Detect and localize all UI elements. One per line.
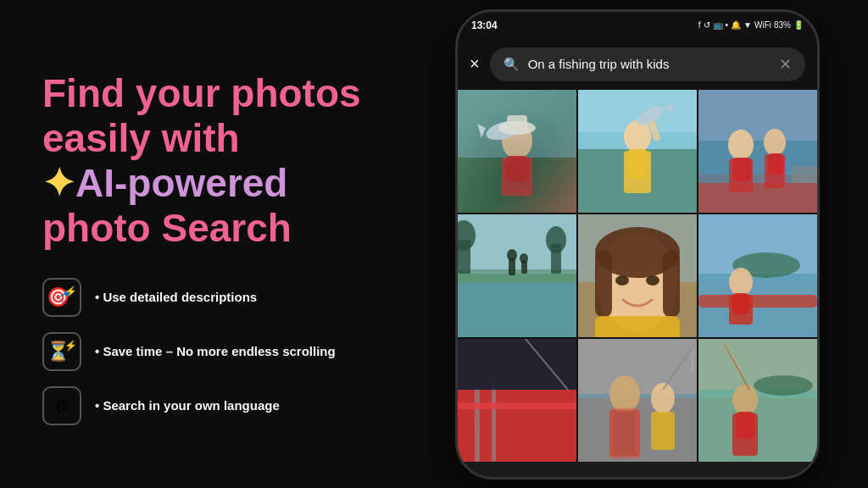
back-button[interactable]: ×: [470, 54, 480, 74]
svg-rect-27: [765, 154, 785, 188]
svg-rect-85: [736, 412, 754, 439]
signal-icon: ▼: [743, 20, 752, 30]
sparkle-icon: ✦: [42, 161, 75, 205]
svg-point-71: [609, 375, 640, 413]
features-list: 🎯⚡ • Use detailed descriptions ⏳⚡ • Save…: [42, 278, 373, 425]
svg-rect-3: [502, 158, 532, 196]
svg-point-34: [458, 220, 476, 251]
svg-point-26: [764, 129, 786, 156]
svg-rect-56: [698, 295, 817, 308]
dot-icon: •: [726, 20, 729, 30]
search-area: × 🔍 On a fishing trip with kids ✕: [458, 39, 817, 90]
photo-grid: [458, 90, 817, 462]
photo-cell-4[interactable]: [458, 214, 576, 337]
svg-rect-43: [578, 214, 697, 337]
svg-rect-62: [458, 390, 576, 462]
headline-ai: ✦AI-powered: [42, 161, 287, 205]
svg-rect-14: [624, 151, 651, 193]
svg-rect-61: [458, 339, 576, 462]
svg-rect-42: [578, 214, 697, 337]
svg-point-13: [624, 120, 651, 152]
svg-rect-48: [663, 250, 680, 318]
wifi-icon: WiFi: [754, 20, 771, 30]
bell-icon: 🔔: [731, 20, 741, 30]
headline: Find your photos easily with ✦AI-powered…: [42, 71, 373, 251]
svg-rect-68: [578, 339, 697, 462]
feature-text-1: • Use detailed descriptions: [95, 290, 257, 304]
language-icon: 权: [42, 386, 81, 425]
svg-rect-18: [648, 119, 661, 141]
right-panel: 13:04 f ↺ 📺 • 🔔 ▼ WiFi 83% 🔋 × 🔍: [407, 0, 868, 488]
svg-rect-69: [578, 339, 697, 398]
svg-rect-37: [509, 258, 515, 275]
clear-search-button[interactable]: ✕: [779, 55, 792, 74]
svg-rect-20: [698, 90, 817, 141]
svg-rect-21: [698, 175, 817, 213]
feature-text-3: • Search in your own language: [95, 398, 280, 413]
svg-rect-0: [458, 90, 576, 213]
refresh-icon: ↺: [704, 20, 710, 30]
svg-rect-65: [458, 402, 576, 409]
battery-label: 83%: [774, 20, 791, 30]
svg-rect-78: [698, 339, 817, 462]
svg-point-2: [502, 122, 532, 159]
svg-rect-4: [505, 156, 529, 181]
status-bar: 13:04 f ↺ 📺 • 🔔 ▼ WiFi 83% 🔋: [458, 12, 817, 39]
svg-rect-29: [792, 166, 817, 183]
svg-point-74: [651, 383, 675, 413]
svg-point-57: [729, 268, 753, 297]
svg-rect-12: [578, 90, 697, 132]
svg-point-46: [595, 227, 680, 278]
svg-point-16: [633, 102, 666, 129]
headline-line4: photo Search: [42, 206, 292, 250]
svg-line-67: [526, 339, 568, 390]
svg-rect-41: [458, 282, 576, 337]
svg-rect-51: [595, 316, 680, 337]
twitch-icon: 📺: [713, 20, 723, 30]
search-bar[interactable]: 🔍 On a fishing trip with kids ✕: [490, 47, 805, 81]
feature-item-1: 🎯⚡ • Use detailed descriptions: [42, 278, 373, 317]
battery-icon: 🔋: [793, 20, 804, 30]
svg-rect-70: [578, 394, 697, 462]
photo-cell-9[interactable]: [698, 339, 817, 462]
svg-rect-39: [521, 261, 527, 274]
svg-rect-64: [492, 381, 496, 462]
svg-rect-75: [651, 412, 675, 450]
svg-point-36: [546, 226, 566, 253]
svg-rect-8: [507, 115, 527, 129]
svg-point-7: [498, 121, 536, 135]
svg-rect-53: [698, 214, 817, 282]
svg-rect-73: [612, 410, 637, 457]
phone-frame: 13:04 f ↺ 📺 • 🔔 ▼ WiFi 83% 🔋 × 🔍: [455, 9, 820, 480]
svg-rect-15: [627, 149, 648, 179]
feature-text-2: • Save time – No more endless scrolling: [95, 344, 336, 358]
photo-cell-8[interactable]: [578, 339, 697, 462]
svg-marker-17: [663, 102, 676, 116]
svg-rect-10: [578, 90, 697, 149]
headline-line2: easily with: [42, 116, 240, 160]
photo-cell-6[interactable]: [698, 214, 817, 337]
headline-line1: Find your photos: [42, 71, 361, 115]
feature-item-3: 权 • Search in your own language: [42, 386, 373, 425]
photo-cell-7[interactable]: [458, 339, 576, 462]
left-panel: Find your photos easily with ✦AI-powered…: [0, 0, 407, 488]
status-notification-icons: f ↺ 📺 • 🔔 ▼ WiFi 83% 🔋: [698, 20, 804, 30]
svg-rect-52: [698, 214, 817, 337]
svg-rect-80: [698, 339, 817, 398]
svg-rect-30: [458, 214, 576, 337]
svg-point-83: [732, 385, 758, 415]
svg-rect-31: [458, 214, 576, 274]
svg-rect-79: [698, 339, 817, 462]
photo-cell-2[interactable]: [578, 90, 697, 213]
svg-rect-44: [578, 214, 697, 282]
svg-rect-35: [551, 244, 561, 274]
photo-cell-3[interactable]: [698, 90, 817, 213]
svg-rect-63: [475, 385, 480, 462]
photo-cell-1[interactable]: [458, 90, 576, 213]
svg-rect-54: [698, 274, 817, 337]
photo-cell-5[interactable]: [578, 214, 697, 337]
svg-rect-22: [698, 141, 817, 183]
svg-point-55: [732, 252, 800, 278]
svg-rect-60: [458, 339, 576, 462]
svg-line-76: [663, 347, 693, 390]
